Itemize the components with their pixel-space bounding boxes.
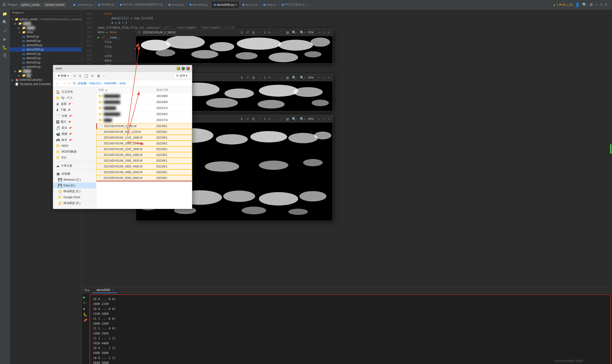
tab-demo0[interactable]: demo0.py <box>166 1 187 8</box>
sidebar-project-icon[interactable]: 📁 <box>2 12 7 16</box>
run-debug-icon[interactable]: 🐛 <box>83 312 87 316</box>
vcs-badge[interactable]: Version control <box>43 3 66 7</box>
iv2-zoom-in-icon[interactable]: 🔍+ <box>299 75 307 80</box>
fe-maximize-btn[interactable]: □ <box>182 67 185 70</box>
tab-demo0000[interactable]: demo0000.py× <box>211 1 240 8</box>
maximize-btn[interactable]: □ <box>600 3 603 7</box>
fe-bc-aawork[interactable]: AAWORK <box>104 82 117 85</box>
fe-row-folder3[interactable]: 📁 ██████ 2023/7/2 <box>96 105 192 111</box>
fe-row-folder4[interactable]: 📁 ████████ 2023/8/3 <box>96 111 192 117</box>
iv2-share-icon[interactable]: ⬆ <box>239 75 244 80</box>
iv3-columns-icon[interactable]: ▦ <box>285 117 290 121</box>
iv3-more-icon[interactable]: ··· <box>273 117 278 121</box>
menu-icon[interactable]: ☰ <box>2 2 6 7</box>
conda-env-badge[interactable]: python_conda <box>19 3 41 7</box>
run-tab-demo0000[interactable]: demo0000 × <box>93 287 117 293</box>
tab-demo000[interactable]: demo000.py <box>187 1 211 8</box>
fe-sidebar-mobile1[interactable]: 📀 移动硬盘 (E:) <box>53 188 96 194</box>
fe-refresh-icon[interactable]: ↻ <box>72 81 77 86</box>
tree-folder-other[interactable]: ▼ 📁 other <box>10 30 81 34</box>
tree-file-demo02[interactable]: py demo02.py <box>10 56 81 60</box>
iv3-maximize[interactable]: □ <box>322 117 326 121</box>
fe-row-tif6[interactable]: 📄 2021NDVISUM_2800_3360.tif 2023/8/1 <box>96 152 192 158</box>
iv2-delete-icon[interactable]: 🗑 <box>251 75 256 80</box>
tab-demo01[interactable]: demo01_根据经纬度裁剪TIF.py <box>117 1 166 8</box>
fe-row-tif2[interactable]: 📄 2021NDVISUM_560_1120.tif 2023/8/1 <box>96 129 192 135</box>
iv1-more-icon[interactable]: ··· <box>273 30 278 35</box>
iv2-info-icon[interactable]: ℹ <box>263 75 266 80</box>
fe-sidebar-modis[interactable]: 📁 MODIS数据 <box>53 149 96 155</box>
iv3-share-icon[interactable]: ⬆ <box>239 117 244 121</box>
fe-row-tif7[interactable]: 📄 2021NDVISUM_3360_3920.tif 2023/8/1 <box>96 158 192 164</box>
fe-paste-icon[interactable]: 📋 <box>83 74 89 78</box>
tree-file-demo01[interactable]: py demo01.py <box>10 52 81 56</box>
fe-sidebar-ndvi[interactable]: 📁 NDVI <box>53 143 96 149</box>
iv3-delete-icon[interactable]: 🗑 <box>251 117 256 121</box>
fe-row-folder2[interactable]: 📁 ████████ 2023/8/9 <box>96 99 192 105</box>
fe-minimize-btn[interactable]: ─ <box>177 67 180 70</box>
fe-close-btn[interactable]: × <box>186 67 190 70</box>
iv3-zoom-in-icon[interactable]: 🔍+ <box>299 117 307 121</box>
fe-sidebar-win-c[interactable]: 💾 Windows (C:) <box>53 177 96 182</box>
fe-sort-btn[interactable]: ⇅ 排序 ▾ <box>173 73 190 79</box>
fe-sidebar-video[interactable]: 📹 视频 📌 <box>53 131 96 137</box>
iv2-close[interactable]: × <box>327 76 331 79</box>
fe-sidebar-entertainment[interactable]: 🎮 娱乐 📌 <box>53 137 96 143</box>
iv1-heart-icon[interactable]: ♡ <box>257 30 262 35</box>
fe-bc-work[interactable]: work <box>120 82 126 85</box>
tree-file-demo0000[interactable]: py demo0000.py <box>10 47 81 52</box>
iv1-columns-icon[interactable]: ▦ <box>285 30 290 35</box>
iv3-heart-icon[interactable]: ♡ <box>257 117 262 121</box>
fe-row-tif9[interactable]: 📄 2021NDVISUM_4480_5040.tif 2023/8/1 <box>96 169 192 175</box>
iv3-zoom-out-icon[interactable]: 🔍- <box>291 117 298 121</box>
tab-base[interactable]: base.py <box>261 1 279 8</box>
fe-row-tif3[interactable]: 📄 2021NDVISUM_1120_1680.tif 2023/8/1 <box>96 135 192 141</box>
search-icon[interactable]: 🔍 <box>582 2 587 7</box>
fe-sidebar-fly[interactable]: 📁 fly - 个人 <box>53 95 96 101</box>
fe-sidebar-download[interactable]: ⬇ 下载 📌 <box>53 107 96 113</box>
fe-cut-icon[interactable]: ✂ <box>73 74 77 78</box>
more-tabs-icon[interactable]: › <box>309 3 310 7</box>
tree-file-demo0[interactable]: py demo0.py <box>10 34 81 39</box>
tree-file-demo000[interactable]: py demo000.py <box>10 43 81 47</box>
iv1-info-icon[interactable]: ℹ <box>263 30 266 35</box>
fe-new-btn[interactable]: ✚ 新建 ▾ <box>55 73 72 79</box>
fe-share-icon[interactable]: ↑ <box>102 74 106 78</box>
fe-row-folder5[interactable]: 📁 ████ 2023/7/3 <box>96 117 192 123</box>
iv1-edit-icon[interactable]: ✏ <box>267 30 272 35</box>
fe-sidebar-thispc[interactable]: 💻 此电脑 <box>53 171 96 177</box>
run-play-icon[interactable]: ▶ <box>83 295 87 299</box>
iv2-fullscreen-icon[interactable]: ⛶ <box>279 75 284 80</box>
tab-ndvi[interactable]: _ndvi&evi.py <box>71 1 95 8</box>
iv2-edit-icon[interactable]: ✏ <box>267 75 272 80</box>
fe-sidebar-data-d[interactable]: 💾 Data (D:) <box>53 182 96 188</box>
fe-row-tif8[interactable]: 📄 2021NDVISUM_3920_4480.tif 2023/8/1 <box>96 164 192 169</box>
fe-sidebar-mobile2[interactable]: 📀 移动硬盘 (E:) <box>53 200 96 206</box>
run-tab-close[interactable]: × <box>112 289 113 291</box>
tree-folder-2[interactable]: ▶ 📁 ████ <box>10 26 81 30</box>
sidebar-db-icon[interactable]: 🗄 <box>3 53 7 58</box>
iv2-rotate-icon[interactable]: ↺ <box>245 75 250 80</box>
fe-sidebar-home[interactable]: 🏠 主文件夹 <box>53 89 96 95</box>
fe-bc-data[interactable]: Data (D:) <box>89 82 101 85</box>
iv1-fullscreen-icon[interactable]: ⛶ <box>279 30 284 35</box>
tree-folder-1[interactable]: ▶ 📁 ████ <box>10 21 81 26</box>
fe-sidebar-xiaomi[interactable]: ☁ 小米云盘 <box>53 163 96 169</box>
iv1-zoom-in-icon[interactable]: 🔍+ <box>299 30 307 35</box>
run-pin-icon[interactable]: 📌 <box>83 318 87 322</box>
fe-bc-computer[interactable]: 此电脑 <box>78 81 87 86</box>
run-stop-icon[interactable]: ■ <box>83 307 87 311</box>
scrollbar-indicator[interactable] <box>610 144 612 154</box>
iv3-minimize[interactable]: ─ <box>317 117 321 121</box>
tree-file-demo03[interactable]: py demo03.py <box>10 60 81 65</box>
fe-back-icon[interactable]: ← <box>55 81 60 86</box>
fe-sidebar-google[interactable]: 📁 Google Drive <box>53 194 96 200</box>
minimize-btn[interactable]: ─ <box>595 3 598 7</box>
fe-sidebar-pictures[interactable]: 🖼 图片 📌 <box>53 119 96 125</box>
fe-delete-icon[interactable]: 🗑 <box>96 74 101 78</box>
fe-forward-icon[interactable]: → <box>61 81 66 86</box>
iv3-close[interactable]: × <box>327 117 331 121</box>
tab-close-demo0000[interactable]: × <box>235 3 237 6</box>
tree-root[interactable]: ▼ 📁 python_conda D:\AAWORK\code\python_c… <box>10 17 81 21</box>
fe-row-tif4[interactable]: 📄 2021NDVISUM_1680_2240.tif 2023/8/1 <box>96 141 192 146</box>
